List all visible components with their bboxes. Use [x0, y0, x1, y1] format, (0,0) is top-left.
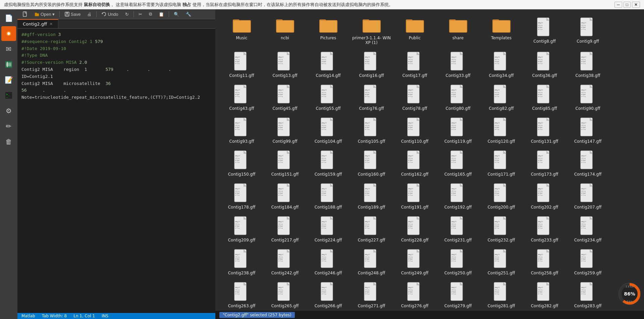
open-button[interactable]: Open ▾ [32, 11, 57, 17]
gff-file-item[interactable]: ##gff ##seq #!Dat #!Tvo Contig13.gff [264, 49, 306, 81]
sidebar-icon-spreadsheet[interactable] [1, 57, 16, 72]
paste-button[interactable]: 📋 [157, 11, 166, 17]
gff-file-item[interactable]: ##gff ##seq #!Dat #!Tvo Contig279.gff [437, 279, 479, 311]
notification-close-button[interactable]: ✕ [632, 2, 640, 8]
gff-file-item[interactable]: ##gff ##seq #!Dat #!Tvo Contig85.gff [524, 82, 566, 113]
sidebar-icon-settings[interactable]: ⚙ [1, 103, 16, 118]
gff-file-item[interactable]: ##gff ##seq #!Dat #!Tvo Contig189.gff [351, 181, 392, 212]
gff-file-item[interactable]: ##gff ##seq #!Dat #!Tvo Contig150.gff [221, 148, 263, 179]
copy-button[interactable]: ⧉ [147, 11, 154, 17]
folder-item-music[interactable]: Music [221, 15, 263, 48]
gff-file-item[interactable]: ##gff ##seq #!Dat #!Tvo Contig217.gff [264, 214, 306, 245]
sidebar-icon-edit[interactable]: ✏ [1, 119, 16, 134]
gff-file-item[interactable]: ##gff ##seq #!Dat #!Tvo Contig165.gff [437, 148, 479, 179]
gff-file-item[interactable]: ##gff ##seq #!Dat #!Tvo Contig99.gff [264, 115, 306, 146]
gff-file-item[interactable]: ##gff ##seq #!Dat #!Tvo Contig9.gff [567, 15, 609, 48]
gff-file-item[interactable]: ##gff ##seq #!Dat #!Tvo Contig119.gff [437, 115, 479, 146]
new-button[interactable] [20, 11, 30, 17]
zoom-button[interactable]: 🔍 [172, 11, 181, 17]
gff-file-item[interactable]: ##gff ##seq #!Dat #!Tvo Contig191.gff [394, 181, 436, 212]
tab-close-button[interactable]: ✕ [50, 22, 53, 26]
gff-file-item[interactable]: ##gff ##seq #!Dat #!Tvo Contig224.gff [307, 214, 349, 245]
gff-file-item[interactable]: ##gff ##seq #!Dat #!Tvo Contig17.gff [394, 49, 436, 81]
gff-file-item[interactable]: ##gff ##seq #!Dat #!Tvo Contig246.gff [307, 246, 349, 278]
folder-item-primer3-1.1.4--winxp-(1)[interactable]: primer3-1.1.4- WINXP (1) [351, 15, 392, 48]
notification-minimize-button[interactable]: ─ [614, 2, 622, 8]
gff-file-item[interactable]: ##gff ##seq #!Dat #!Tvo Contig232.gff [480, 214, 522, 245]
save-button[interactable]: Save [62, 11, 83, 17]
gff-file-item[interactable]: ##gff ##seq #!Dat #!Tvo Contig76.gff [351, 82, 392, 113]
gff-file-item[interactable]: ##gff ##seq #!Dat #!Tvo Contig93.gff [221, 115, 263, 146]
gff-file-item[interactable]: ##gff ##seq #!Dat #!Tvo Contig173.gff [524, 148, 566, 179]
sidebar-icon-email[interactable]: ✉ [1, 42, 16, 56]
gff-file-item[interactable]: ##gff ##seq #!Dat #!Tvo Contig209.gff [221, 214, 263, 245]
gff-file-item[interactable]: ##gff ##seq #!Dat #!Tvo Contig238.gff [221, 246, 263, 278]
undo-button[interactable]: Undo [99, 11, 120, 17]
gff-file-item[interactable]: ##gff ##seq #!Dat #!Tvo Contig188.gff [307, 181, 349, 212]
gff-file-item[interactable]: ##gff ##seq #!Dat #!Tvo Contig242.gff [264, 246, 306, 278]
gff-file-item[interactable]: ##gff ##seq #!Dat #!Tvo Contig228.gff [394, 214, 436, 245]
sidebar-icon-notes[interactable]: 📝 [1, 73, 16, 87]
gff-file-item[interactable]: ##gff ##seq #!Dat #!Tvo Contig78.gff [394, 82, 436, 113]
editor-content[interactable]: ##gff-version 3 ##sequence-region Contig… [17, 29, 215, 313]
gff-file-item[interactable]: ##gff ##seq #!Dat #!Tvo Contig234.gff [567, 214, 609, 245]
gff-file-item[interactable]: ##gff ##seq #!Dat #!Tvo Contig36.gff [524, 49, 566, 81]
gff-file-item[interactable]: ##gff ##seq #!Dat #!Tvo Contig105.gff [351, 115, 392, 146]
print-button[interactable]: 🖨 [85, 11, 94, 17]
folder-item-share[interactable]: share [437, 15, 479, 48]
gff-file-item[interactable]: ##gff ##seq #!Dat #!Tvo Contig171.gff [480, 148, 522, 179]
gff-file-item[interactable]: ##gff ##seq #!Dat #!Tvo Contig266.gff [307, 279, 349, 311]
gff-file-item[interactable]: ##gff ##seq #!Dat #!Tvo Contig192.gff [437, 181, 479, 212]
redo-button[interactable]: ↻ [123, 11, 131, 17]
gff-file-item[interactable]: ##gff ##seq #!Dat #!Tvo Contig82.gff [480, 82, 522, 113]
gff-file-item[interactable]: ##gff ##seq #!Dat #!Tvo Contig265.gff [264, 279, 306, 311]
gff-file-item[interactable]: ##gff ##seq #!Dat #!Tvo Contig251.gff [480, 246, 522, 278]
gff-file-item[interactable]: ##gff ##seq #!Dat #!Tvo Contig249.gff [394, 246, 436, 278]
gff-file-item[interactable]: ##gff ##seq #!Dat #!Tvo Contig34.gff [480, 49, 522, 81]
gff-file-item[interactable]: ##gff ##seq #!Dat #!Tvo Contig174.gff [567, 148, 609, 179]
status-position[interactable]: Ln 1, Col 1 [73, 314, 95, 318]
notification-maximize-button[interactable]: □ [624, 2, 631, 8]
gff-file-item[interactable]: ##gff ##seq #!Dat #!Tvo Contig80.gff [437, 82, 479, 113]
gff-file-item[interactable]: ##gff ##seq #!Dat #!Tvo Contig160.gff [351, 148, 392, 179]
gff-file-item[interactable]: ##gff ##seq #!Dat #!Tvo Contig248.gff [351, 246, 392, 278]
gff-file-item[interactable]: ##gff ##seq #!Dat #!Tvo Contig231.gff [437, 214, 479, 245]
gff-file-item[interactable]: ##gff ##seq #!Dat #!Tvo Contig227.gff [351, 214, 392, 245]
cut-button[interactable]: ✂ [137, 11, 144, 17]
gff-file-item[interactable]: ##gff ##seq #!Dat #!Tvo Contig281.gff [480, 279, 522, 311]
gff-file-item[interactable]: ##gff ##seq #!Dat #!Tvo Contig258.gff [524, 246, 566, 278]
sidebar-icon-file[interactable]: 📄 [1, 11, 16, 26]
gff-file-item[interactable]: ##gff ##seq #!Dat #!Tvo Contig11.gff [221, 49, 263, 81]
folder-item-public[interactable]: Public [394, 15, 436, 48]
gff-file-item[interactable]: ##gff ##seq #!Dat #!Tvo Contig151.gff [264, 148, 306, 179]
gff-file-item[interactable]: ##gff ##seq #!Dat #!Tvo Contig184.gff [264, 181, 306, 212]
gff-file-item[interactable]: ##gff ##seq #!Dat #!Tvo Contig263.gff [221, 279, 263, 311]
folder-item-templates[interactable]: Templates [480, 15, 522, 48]
folder-item-ncbi[interactable]: ncbi [264, 15, 306, 48]
sidebar-icon-firefox[interactable] [1, 26, 16, 41]
folder-item-pictures[interactable]: Pictures [307, 15, 349, 48]
gff-file-item[interactable]: ##gff ##seq #!Dat #!Tvo Contig259.gff [567, 246, 609, 278]
gff-file-item[interactable]: ##gff ##seq #!Dat #!Tvo Contig207.gff [567, 181, 609, 212]
gff-file-item[interactable]: ##gff ##seq #!Dat #!Tvo Contig16.gff [351, 49, 392, 81]
gff-file-item[interactable]: ##gff ##seq #!Dat #!Tvo Contig178.gff [221, 181, 263, 212]
tools-button[interactable]: 🔧 [184, 11, 193, 17]
gff-file-item[interactable]: ##gff ##seq #!Dat #!Tvo Contig147.gff [567, 115, 609, 146]
gff-file-item[interactable]: ##gff ##seq #!Dat #!Tvo Contig45.gff [264, 82, 306, 113]
gff-file-item[interactable]: ##gff ##seq #!Dat #!Tvo Contig283.gff [567, 279, 609, 311]
status-tab-width[interactable]: Tab Width: 8 [42, 314, 67, 318]
gff-file-item[interactable]: ##gff ##seq #!Dat #!Tvo Contig8.gff [524, 15, 566, 48]
status-language[interactable]: Matlab [21, 314, 35, 318]
gff-file-item[interactable]: ##gff ##seq #!Dat #!Tvo Contig250.gff [437, 246, 479, 278]
gff-file-item[interactable]: ##gff ##seq #!Dat #!Tvo Contig38.gff [567, 49, 609, 81]
gff-file-item[interactable]: ##gff ##seq #!Dat #!Tvo Contig104.gff [307, 115, 349, 146]
gff-file-item[interactable]: ##gff ##seq #!Dat #!Tvo Contig90.gff [567, 82, 609, 113]
gff-file-item[interactable]: ##gff ##seq #!Dat #!Tvo Contig159.gff [307, 148, 349, 179]
gff-file-item[interactable]: ##gff ##seq #!Dat #!Tvo Contig110.gff [394, 115, 436, 146]
gff-file-item[interactable]: ##gff ##seq #!Dat #!Tvo Contig276.gff [394, 279, 436, 311]
sidebar-icon-terminal[interactable]: _>_ [1, 88, 16, 103]
gff-file-item[interactable]: ##gff ##seq #!Dat #!Tvo Contig33.gff [437, 49, 479, 81]
gff-file-item[interactable]: ##gff ##seq #!Dat #!Tvo Contig162.gff [394, 148, 436, 179]
gff-file-item[interactable]: ##gff ##seq #!Dat #!Tvo Contig120.gff [480, 115, 522, 146]
sidebar-icon-trash[interactable]: 🗑 [1, 134, 16, 149]
